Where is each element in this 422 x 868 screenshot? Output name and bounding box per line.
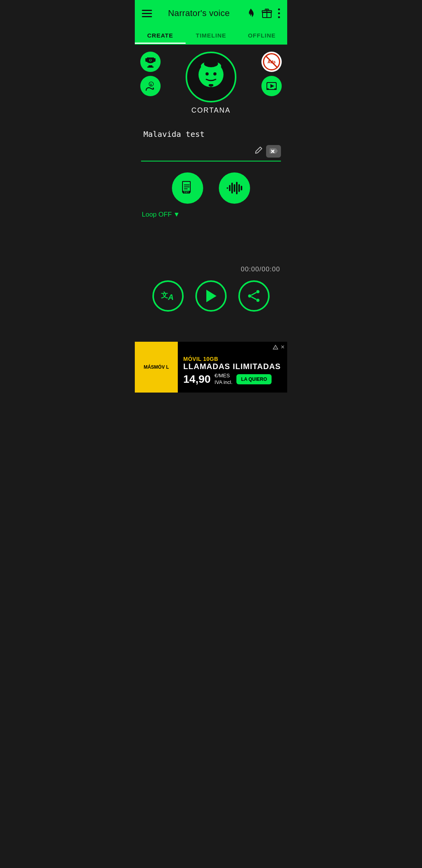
more-options-button[interactable] xyxy=(278,8,280,18)
trophy-button[interactable] xyxy=(140,52,161,72)
coins-button[interactable]: $ xyxy=(140,76,161,96)
svg-text:TXT: TXT xyxy=(184,191,189,194)
svg-point-3 xyxy=(278,9,280,11)
text-input-container: Malavida test xyxy=(135,126,287,161)
ad-triangle-icon: i xyxy=(273,345,278,350)
svg-point-5 xyxy=(278,16,280,18)
main-content: $ xyxy=(135,45,287,342)
tab-bar: CREATE TIMELINE OFFLINE xyxy=(135,27,287,45)
soundwave-button[interactable] xyxy=(219,172,250,204)
loop-label-text: Loop OFF xyxy=(142,211,172,219)
svg-point-48 xyxy=(256,299,259,302)
app-title: Narrator's voice xyxy=(168,8,230,18)
svg-point-17 xyxy=(213,72,216,75)
play-button[interactable] xyxy=(195,280,227,312)
top-bar-actions xyxy=(246,8,280,19)
timer-row: 00:00/00:00 xyxy=(135,265,287,273)
tab-offline[interactable]: OFFLINE xyxy=(236,27,287,44)
translate-button[interactable]: 文 A xyxy=(152,280,184,312)
svg-rect-7 xyxy=(147,66,154,68)
svg-line-51 xyxy=(251,297,256,299)
loop-row: Loop OFF ▼ xyxy=(135,204,287,219)
timer-display: 00:00/00:00 xyxy=(241,265,280,273)
character-avatar[interactable] xyxy=(186,52,236,102)
svg-text:A: A xyxy=(168,293,173,301)
svg-point-47 xyxy=(256,290,259,293)
svg-point-19 xyxy=(207,88,210,90)
top-bar: Narrator's voice xyxy=(135,0,287,27)
no-ads-button[interactable]: Ads xyxy=(261,52,282,72)
clear-text-button[interactable] xyxy=(266,145,281,158)
text-actions xyxy=(253,144,281,158)
ad-content-section: i ✕ MÓVIL 10GB LLAMADAS ILIMITADAS 14,90… xyxy=(178,342,287,393)
ad-close-row: i ✕ xyxy=(273,344,285,350)
tab-timeline[interactable]: TIMELINE xyxy=(186,27,236,44)
character-name: CORTANA xyxy=(191,106,231,115)
tab-create[interactable]: CREATE xyxy=(135,27,186,44)
txt-file-button[interactable]: TXT xyxy=(172,172,203,204)
svg-point-4 xyxy=(278,13,280,14)
ad-close-button[interactable]: ✕ xyxy=(281,344,285,350)
bottom-controls: 文 A xyxy=(135,280,287,317)
ad-logo-text: MÁSMÓV L xyxy=(144,364,169,370)
ad-banner: MÁSMÓV L i ✕ MÓVIL 10GB LLAMADAS ILIMITA… xyxy=(135,342,287,393)
svg-text:文: 文 xyxy=(161,291,168,299)
left-side-icons: $ xyxy=(140,52,161,96)
loop-dropdown-arrow: ▼ xyxy=(173,211,180,219)
svg-text:$: $ xyxy=(150,83,152,86)
fire-icon-button[interactable] xyxy=(246,8,256,19)
svg-marker-29 xyxy=(276,148,278,154)
svg-line-20 xyxy=(266,56,277,67)
edit-text-button[interactable] xyxy=(253,144,265,158)
ad-logo-section: MÁSMÓV L xyxy=(135,342,178,393)
share-button[interactable] xyxy=(238,280,270,312)
ad-subline: LLAMADAS ILIMITADAS xyxy=(183,362,283,371)
svg-point-49 xyxy=(248,294,251,298)
svg-point-15 xyxy=(204,60,218,67)
right-side-icons: Ads xyxy=(261,52,282,96)
text-input-row: Malavida test xyxy=(141,126,281,161)
svg-marker-46 xyxy=(206,290,216,302)
ad-price-row: 14,90 €/MESIVA incl. LA QUIERO xyxy=(183,373,283,386)
loop-toggle[interactable]: Loop OFF ▼ xyxy=(142,211,180,219)
character-area: $ xyxy=(135,45,287,126)
svg-point-16 xyxy=(206,72,209,75)
video-play-button[interactable] xyxy=(261,76,282,96)
ad-price: 14,90 xyxy=(183,373,211,386)
action-buttons: TXT xyxy=(135,172,287,204)
svg-line-50 xyxy=(251,292,256,295)
svg-rect-25 xyxy=(274,88,277,90)
svg-rect-24 xyxy=(266,88,269,90)
svg-text:i: i xyxy=(275,346,276,349)
hamburger-menu-button[interactable] xyxy=(142,10,152,17)
ad-cta-button[interactable]: LA QUIERO xyxy=(236,374,272,384)
ad-headline: MÓVIL 10GB xyxy=(183,356,283,362)
ad-price-suffix: €/MESIVA incl. xyxy=(215,373,232,386)
gift-icon-button[interactable] xyxy=(261,8,272,18)
